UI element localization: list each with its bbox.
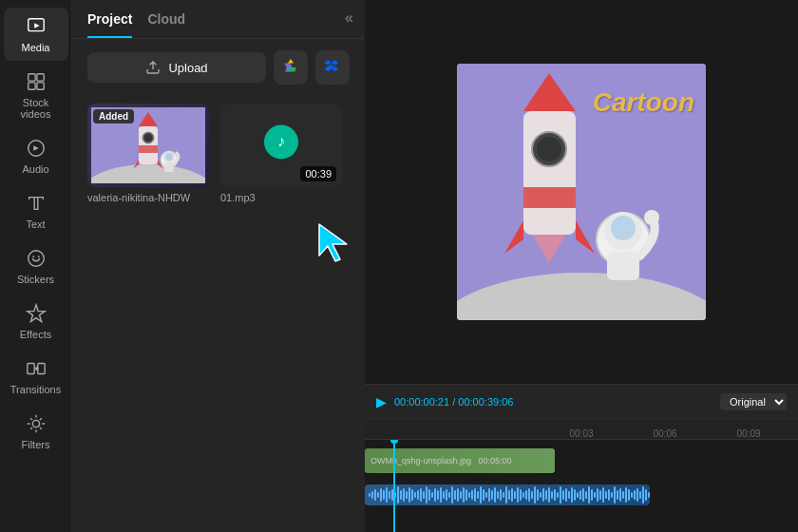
waveform-bar bbox=[574, 489, 576, 501]
waveform-bar bbox=[460, 491, 462, 499]
svg-rect-33 bbox=[523, 187, 576, 208]
waveform-bar bbox=[628, 489, 630, 501]
track-audio bbox=[365, 480, 798, 510]
dropbox-button[interactable] bbox=[315, 50, 350, 85]
waveform-bar bbox=[500, 489, 502, 501]
waveform-bar bbox=[597, 488, 598, 502]
waveform-bar bbox=[434, 488, 436, 502]
waveform-bar bbox=[582, 488, 584, 502]
waveform-bar bbox=[374, 489, 376, 501]
sidebar-label-effects: Effects bbox=[20, 329, 51, 340]
sidebar-item-stock[interactable]: Stock videos bbox=[4, 63, 68, 127]
waveform-bar bbox=[639, 491, 641, 499]
upload-row: Upload bbox=[72, 39, 365, 96]
waveform-bar bbox=[485, 492, 487, 498]
waveform-bar bbox=[522, 492, 524, 498]
audio-clip[interactable] bbox=[365, 484, 650, 505]
sidebar-item-audio[interactable]: Audio bbox=[4, 129, 68, 182]
media-item-audio[interactable]: ♪ 00:39 01.mp3 bbox=[220, 104, 342, 203]
right-panel: Cartoon ▶ 00:00:00:21 / 00:00:39:06 Orig… bbox=[365, 0, 798, 532]
time-display: 00:00:00:21 / 00:00:39:06 bbox=[394, 396, 513, 408]
waveform-bar bbox=[488, 488, 490, 502]
svg-rect-19 bbox=[139, 145, 158, 153]
waveform-bar bbox=[565, 488, 567, 502]
tab-project[interactable]: Project bbox=[87, 11, 132, 38]
waveform-bar bbox=[631, 492, 633, 498]
waveform-bar bbox=[617, 490, 618, 500]
music-icon: ♪ bbox=[264, 124, 298, 159]
waveform-bar bbox=[408, 487, 410, 503]
waveform-bar bbox=[466, 489, 467, 501]
sidebar-item-media[interactable]: Media bbox=[4, 8, 68, 61]
waveform-bar bbox=[554, 489, 556, 501]
media-item-name-video: valeria-nikitina-NHDW bbox=[87, 192, 209, 203]
waveform-bar bbox=[397, 486, 399, 504]
waveform-bar bbox=[414, 492, 416, 498]
svg-point-39 bbox=[611, 216, 636, 240]
sidebar-label-filters: Filters bbox=[22, 439, 50, 450]
sidebar-item-effects[interactable]: Effects bbox=[4, 294, 68, 348]
upload-button[interactable]: Upload bbox=[87, 52, 266, 83]
play-button[interactable]: ▶ bbox=[376, 394, 387, 409]
collapse-button[interactable]: « bbox=[345, 10, 353, 27]
waveform-bar bbox=[537, 489, 539, 501]
waveform-bar bbox=[534, 486, 536, 504]
tab-cloud[interactable]: Cloud bbox=[147, 11, 185, 38]
svg-rect-24 bbox=[164, 162, 174, 172]
waveform-bar bbox=[400, 490, 402, 500]
cursor-arrow bbox=[314, 219, 352, 262]
waveform-bar bbox=[517, 487, 519, 503]
waveform-bar bbox=[577, 492, 579, 498]
sidebar-item-transitions[interactable]: Transitions bbox=[4, 350, 68, 403]
quality-select[interactable]: Original 720p 480p bbox=[720, 393, 787, 410]
dropbox-icon bbox=[324, 59, 341, 76]
panel-tabs: Project Cloud « bbox=[72, 0, 365, 39]
sidebar-item-text[interactable]: Text bbox=[4, 184, 68, 238]
waveform-bar bbox=[625, 487, 627, 503]
waveform-bar bbox=[614, 486, 616, 504]
waveform-bar bbox=[571, 487, 573, 503]
waveform-bar bbox=[580, 490, 581, 500]
waveform-bar bbox=[483, 489, 484, 501]
waveform-bar bbox=[389, 491, 390, 499]
svg-rect-29 bbox=[523, 111, 576, 235]
media-panel: Project Cloud « Upload bbox=[72, 0, 365, 532]
waveform-bar bbox=[648, 492, 650, 498]
waveform-bar bbox=[386, 487, 388, 503]
waveform-bar bbox=[520, 489, 522, 501]
waveform-bar bbox=[440, 487, 442, 503]
waveform-bar bbox=[568, 491, 570, 499]
waveform-bar bbox=[605, 491, 607, 499]
waveform-bar bbox=[451, 486, 453, 504]
waveform-bar bbox=[443, 491, 445, 499]
playhead-head bbox=[390, 440, 398, 444]
waveform-bar bbox=[608, 489, 610, 501]
waveform-bar bbox=[411, 489, 413, 501]
svg-point-32 bbox=[537, 137, 561, 162]
waveform-bar bbox=[480, 486, 482, 504]
svg-rect-10 bbox=[27, 364, 33, 374]
ruler-mark-3: 00:09 bbox=[707, 428, 790, 439]
stickers-icon bbox=[25, 247, 48, 270]
time-total: 00:00:39:06 bbox=[458, 396, 513, 408]
audio-duration: 00:39 bbox=[300, 166, 336, 181]
svg-marker-1 bbox=[34, 23, 40, 28]
waveform-bar bbox=[446, 489, 447, 501]
ruler-mark-2: 00:06 bbox=[623, 428, 707, 439]
waveform-bar bbox=[417, 490, 419, 500]
media-item-video[interactable]: Added valeria-nikitina-NHDW bbox=[87, 104, 209, 203]
waveform-bar bbox=[371, 491, 373, 499]
sidebar-item-filters[interactable]: Filters bbox=[4, 405, 68, 458]
sidebar-item-stickers[interactable]: Stickers bbox=[4, 239, 68, 293]
svg-rect-11 bbox=[37, 364, 44, 374]
waveform-bar bbox=[525, 490, 527, 500]
audio-icon bbox=[25, 137, 48, 160]
google-drive-button[interactable] bbox=[274, 50, 308, 85]
waveform-bar bbox=[599, 490, 601, 500]
svg-point-12 bbox=[32, 420, 39, 427]
waveform-bar bbox=[540, 492, 542, 498]
waveform-bar bbox=[477, 491, 479, 499]
audio-thumbnail: ♪ 00:39 bbox=[220, 104, 342, 187]
cartoon-text: Cartoon bbox=[593, 87, 694, 118]
waveform-bar bbox=[531, 491, 533, 499]
